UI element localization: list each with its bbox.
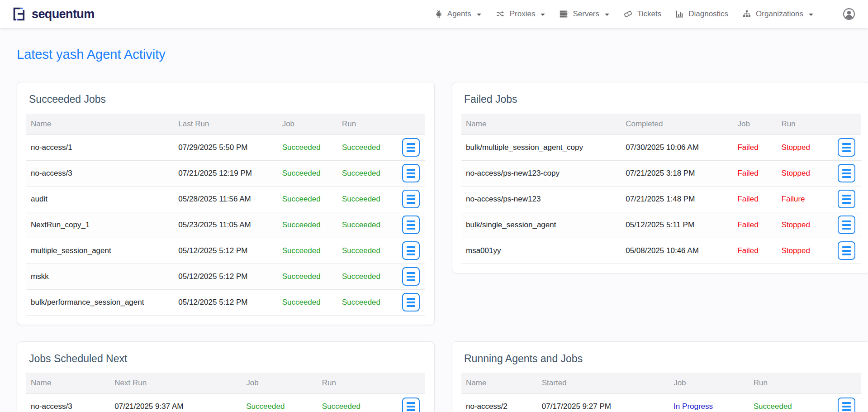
nav-item-agents[interactable]: Agents	[434, 10, 481, 19]
table-row: no-access/3 07/21/2025 9:37 AM Succeeded…	[26, 394, 425, 412]
job-time: 07/21/2025 12:19 PM	[174, 160, 277, 186]
run-status: Stopped	[777, 134, 825, 160]
row-menu-button[interactable]	[838, 190, 855, 208]
main-content: Latest yash Agent Activity Succeeded Job…	[0, 28, 868, 412]
job-status: Succeeded	[278, 134, 337, 160]
scheduled-jobs-table: Name Next Run Job Run no-access/3 07/21/…	[26, 373, 425, 412]
nav-item-proxies[interactable]: Proxies	[495, 10, 545, 19]
table-row: no-access/1 07/29/2025 5:50 PM Succeeded…	[26, 134, 425, 160]
job-name: no-access/3	[26, 394, 110, 412]
column-header-time: Last Run	[174, 114, 277, 135]
nav-menu: Agents Proxies	[434, 8, 855, 20]
row-menu-button[interactable]	[402, 138, 420, 157]
chevron-down-icon	[541, 14, 545, 16]
column-header-time: Next Run	[110, 373, 242, 394]
row-menu-button[interactable]	[402, 293, 420, 311]
card-running-agents-and-jobs: Running Agents and Jobs Name Started Job…	[452, 341, 868, 412]
table-row: audit 05/28/2025 11:56 AM Succeeded Succ…	[26, 186, 425, 212]
row-menu-button[interactable]	[402, 164, 420, 182]
column-header-job: Job	[733, 114, 777, 135]
table-row: bulk/single_session_agent 05/12/2025 5:1…	[461, 212, 861, 238]
nav-item-organizations[interactable]: Organizations	[742, 10, 813, 19]
job-time: 07/17/2025 9:27 PM	[537, 394, 669, 412]
row-menu-button[interactable]	[838, 216, 855, 234]
column-header-time: Completed	[621, 114, 733, 135]
row-menu-button[interactable]	[838, 398, 855, 412]
column-header-run: Run	[337, 114, 389, 135]
job-time: 07/30/2025 10:06 AM	[621, 134, 733, 160]
shuffle-icon	[495, 10, 506, 19]
job-status: Failed	[733, 212, 777, 238]
run-status: Stopped	[777, 212, 825, 238]
run-status: Succeeded	[318, 394, 389, 412]
job-name: no-access/2	[461, 394, 537, 412]
table-row: bulk/multiple_session_agent_copy 07/30/2…	[461, 134, 861, 160]
top-navbar: sequentum Agents	[0, 0, 868, 28]
job-status: Failed	[733, 186, 777, 212]
job-status: Succeeded	[278, 238, 337, 263]
chevron-down-icon	[477, 14, 481, 16]
job-time: 07/21/2025 3:18 PM	[621, 160, 733, 186]
column-header-run: Run	[777, 114, 825, 135]
run-status: Succeeded	[337, 134, 389, 160]
cards-grid: Succeeded Jobs Name Last Run Job Run no-…	[17, 82, 861, 412]
table-header-row: Name Completed Job Run	[461, 114, 861, 135]
table-row: NextRun_copy_1 05/23/2025 11:05 AM Succe…	[26, 212, 425, 238]
column-header-job: Job	[242, 373, 318, 394]
job-time: 05/12/2025 5:12 PM	[174, 289, 277, 315]
row-menu-button[interactable]	[838, 241, 855, 260]
page-title: Latest yash Agent Activity	[17, 47, 861, 62]
chevron-down-icon	[809, 14, 813, 16]
row-menu-button[interactable]	[402, 267, 420, 286]
table-header-row: Name Next Run Job Run	[26, 373, 425, 394]
column-header-run: Run	[749, 373, 825, 394]
job-name: no-access/ps-new123-copy	[461, 160, 621, 186]
job-name: no-access/ps-new123	[461, 186, 621, 212]
card-failed-jobs: Failed Jobs Name Completed Job Run bulk/…	[452, 82, 868, 273]
chevron-down-icon	[605, 14, 609, 16]
brand-name: sequentum	[32, 7, 95, 21]
running-agents-table: Name Started Job Run no-access/2 07/17/2…	[461, 373, 861, 412]
row-menu-button[interactable]	[402, 216, 420, 234]
nav-item-diagnostics[interactable]: Diagnostics	[675, 10, 728, 19]
job-name: multiple_session_agent	[26, 238, 174, 263]
card-title: Failed Jobs	[464, 93, 861, 105]
job-status: Succeeded	[278, 289, 337, 315]
row-menu-button[interactable]	[402, 241, 420, 260]
card-title: Succeeded Jobs	[29, 93, 425, 105]
card-title: Jobs Scheduled Next	[29, 353, 425, 364]
row-menu-button[interactable]	[838, 164, 855, 182]
row-menu-button[interactable]	[402, 398, 420, 412]
column-header-run: Run	[318, 373, 389, 394]
column-header-actions	[825, 373, 861, 394]
column-header-actions	[389, 114, 425, 135]
table-row: no-access/2 07/17/2025 9:27 PM In Progre…	[461, 394, 861, 412]
failed-jobs-table: Name Completed Job Run bulk/multiple_ses…	[461, 114, 861, 264]
row-menu-button[interactable]	[402, 190, 420, 208]
run-status: Succeeded	[337, 263, 389, 289]
job-time: 05/08/2025 10:46 AM	[621, 238, 733, 263]
card-succeeded-jobs: Succeeded Jobs Name Last Run Job Run no-…	[17, 82, 435, 325]
job-time: 07/29/2025 5:50 PM	[174, 134, 277, 160]
ticket-icon	[623, 10, 633, 19]
row-menu-button[interactable]	[838, 138, 855, 157]
job-name: bulk/single_session_agent	[461, 212, 621, 238]
sitemap-icon	[742, 10, 752, 19]
column-header-job: Job	[278, 114, 337, 135]
nav-label-agents: Agents	[447, 10, 471, 19]
nav-item-servers[interactable]: Servers	[559, 10, 609, 19]
user-circle-icon	[843, 8, 855, 20]
run-status: Succeeded	[749, 394, 825, 412]
column-header-actions	[825, 114, 861, 135]
nav-item-tickets[interactable]: Tickets	[623, 10, 661, 19]
column-header-time: Started	[537, 373, 669, 394]
user-menu-button[interactable]	[843, 8, 855, 20]
table-header-row: Name Last Run Job Run	[26, 114, 425, 135]
job-status: Succeeded	[278, 263, 337, 289]
nav-label-tickets: Tickets	[637, 10, 661, 19]
brand-logo[interactable]: sequentum	[11, 6, 95, 22]
nav-divider	[828, 8, 828, 20]
run-status: Succeeded	[337, 238, 389, 263]
table-row: no-access/3 07/21/2025 12:19 PM Succeede…	[26, 160, 425, 186]
succeeded-jobs-table: Name Last Run Job Run no-access/1 07/29/…	[26, 114, 425, 316]
